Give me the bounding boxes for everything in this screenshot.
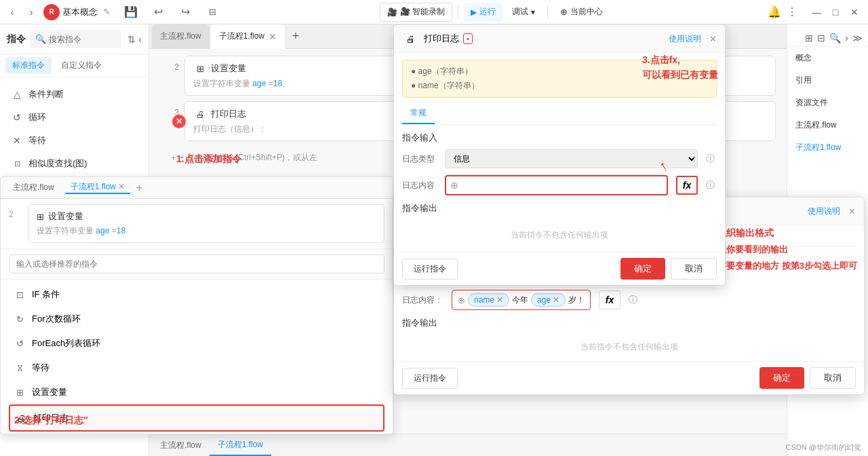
save-btn[interactable]: 💾 — [121, 3, 140, 22]
close-window-btn[interactable]: ✕ — [846, 5, 863, 19]
more-btn[interactable]: ⋮ — [787, 5, 797, 18]
toolbar-center: 🎥 🎥 智能录制 ▶ 运行 调试 ▾ ⊕ 当前中心 — [380, 3, 610, 22]
for-icon: ↻ — [13, 312, 26, 326]
set-var-icon: ⊞ — [193, 62, 207, 75]
popup-cmd-setvar[interactable]: ⊞ 设置变量 — [9, 380, 384, 404]
var-name: age — [252, 79, 266, 88]
right-search-icon[interactable]: 🔍 — [829, 33, 841, 43]
debug-btn[interactable]: 调试 ▾ — [505, 3, 542, 22]
help-center-btn[interactable]: ⊕ 当前中心 — [553, 3, 610, 22]
tag-name-close[interactable]: ✕ — [496, 295, 503, 305]
forward-btn[interactable]: › — [24, 5, 38, 19]
dialog2-run-btn[interactable]: 运行指令 — [402, 368, 458, 389]
dialog2-output-empty: 当前指令不包含任何输出项 — [402, 333, 856, 361]
dialog1-tab-normal[interactable]: 常规 — [402, 103, 435, 124]
sort-icon[interactable]: ⇅ — [127, 34, 136, 45]
sidebar-item-loop[interactable]: ↺ 循环 — [0, 106, 149, 129]
popup-cmd-foreach[interactable]: ↺ ForEach列表循环 — [9, 331, 384, 356]
tab-sub-flow[interactable]: 子流程1.flow ✕ — [211, 24, 285, 49]
find-image-label: 相似度查找(图) — [28, 157, 87, 170]
dialog1-log-type-help[interactable]: ⓘ — [703, 152, 717, 166]
dialog1-content-help[interactable]: ⓘ — [703, 178, 717, 192]
right-item-resources-label: 资源文件 — [795, 97, 828, 109]
back-btn[interactable]: ‹ — [5, 5, 19, 19]
bottom-tab-sub[interactable]: 子流程1.flow — [210, 434, 271, 456]
right-more-icon[interactable]: › — [845, 33, 848, 43]
popup-set-var-card[interactable]: ⊞ 设置变量 设置字符串变量 age =18 — [28, 204, 384, 243]
right-item-ref[interactable]: 引用 — [787, 69, 868, 92]
debug-label: 调试 — [512, 6, 528, 18]
tag-age-close[interactable]: ✕ — [553, 295, 559, 305]
popup-set-var-section: 2 ⊞ 设置变量 设置字符串变量 age =18 — [1, 199, 393, 249]
popup-header: 主流程.flow 子流程1.flow ✕ + — [1, 177, 393, 199]
dialog1-content-input[interactable] — [461, 180, 663, 190]
sidebar-item-find-image[interactable]: ⊡ 相似度查找(图) — [0, 152, 149, 175]
popup-cmd-wait[interactable]: ⧖ 等待 — [9, 356, 384, 380]
dialog2-confirm-btn[interactable]: 确定 — [760, 367, 804, 389]
tab-sub-flow-close[interactable]: ✕ — [269, 31, 277, 42]
dialog1-title: 打印日志 — [424, 33, 459, 45]
collapse-icon[interactable]: ‹ — [138, 34, 142, 45]
loop-icon: ↺ — [11, 111, 23, 124]
popup-add-tab[interactable]: + — [136, 182, 142, 194]
dialog1-confirm-btn[interactable]: 确定 — [620, 258, 665, 280]
record-btn[interactable]: 🎥 🎥 智能录制 — [380, 3, 452, 22]
right-item-sub-flow[interactable]: 子流程1.flow — [787, 136, 868, 159]
dialog1-use-link[interactable]: 使用说明 — [669, 33, 701, 45]
tag-text-today: 今年 — [512, 294, 528, 306]
step-number-2: 2 — [160, 56, 179, 72]
print-icon: 🖨 — [193, 107, 207, 121]
sidebar-item-condition[interactable]: △ 条件判断 — [0, 83, 149, 106]
popup-cmd-for[interactable]: ↻ For次数循环 — [9, 307, 384, 331]
dialog1-log-type-select[interactable]: 信息 — [445, 149, 698, 168]
popup-tab-sub[interactable]: 子流程1.flow ✕ — [65, 181, 131, 194]
dialog1-fx-btn[interactable]: fx — [676, 176, 698, 195]
right-icon2[interactable]: ⊟ — [817, 33, 825, 43]
add-step-icon: + — [171, 153, 176, 163]
debug-icon-btn[interactable]: ⊟ — [203, 3, 222, 22]
undo-btn[interactable]: ↩ — [149, 3, 167, 22]
run-btn[interactable]: ▶ 运行 — [464, 3, 502, 22]
dialog1-title-area: 打印日志 • — [424, 33, 669, 45]
wait-icon: ✕ — [11, 134, 23, 147]
command-popup[interactable]: 主流程.flow 子流程1.flow ✕ + 2 ⊞ 设置变量 设置字符串变量 … — [0, 176, 393, 434]
tab-main-flow-label: 主流程.flow — [160, 31, 201, 42]
right-item-main-flow[interactable]: 主流程.flow — [787, 114, 868, 136]
minimize-btn[interactable]: — — [808, 5, 825, 19]
search-input[interactable] — [49, 35, 115, 44]
help-label: 当前中心 — [570, 6, 603, 18]
dialog1-output-section: 指令输出 — [402, 202, 717, 214]
tab-add-btn[interactable]: + — [286, 27, 305, 46]
bottom-tab-main[interactable]: 主流程.flow — [152, 434, 210, 456]
popup-tab-main[interactable]: 主流程.flow — [7, 182, 60, 193]
redo-btn[interactable]: ↪ — [176, 3, 195, 22]
notification-btn[interactable]: 🔔 — [768, 5, 781, 18]
right-item-concept[interactable]: 概念 — [787, 47, 868, 69]
tab-custom-commands[interactable]: 自定义指令 — [54, 57, 108, 74]
search-box[interactable]: 🔍 — [30, 30, 121, 48]
dialog2-fx-btn[interactable]: fx — [599, 290, 620, 309]
right-item-concept-label: 概念 — [795, 52, 812, 64]
tab-standard-commands[interactable]: 标准指令 — [5, 57, 52, 74]
dialog2-cancel-btn[interactable]: 取消 — [810, 367, 856, 389]
dialog2-content-help[interactable]: ⓘ — [626, 293, 639, 307]
dialog1-run-btn[interactable]: 运行指令 — [402, 259, 458, 280]
dialog1-vars-box: ● age（字符串） ● name（字符串） — [402, 60, 717, 98]
dialog2-close[interactable]: ✕ — [848, 206, 856, 216]
tab-main-flow[interactable]: 主流程.flow — [152, 24, 210, 49]
right-icon1[interactable]: ⊞ — [805, 33, 813, 43]
dialog1-cancel-btn[interactable]: 取消 — [671, 258, 717, 280]
right-item-sub-flow-label: 子流程1.flow — [795, 142, 841, 153]
edit-title-icon[interactable]: ✎ — [103, 7, 111, 17]
popup-cmd-if[interactable]: ⊡ IF 条件 — [9, 282, 384, 307]
popup-search-input[interactable] — [9, 254, 384, 273]
dialog1[interactable]: 🖨 打印日志 • 使用说明 ✕ ● age（字符串） ● name（字符串） 3… — [393, 24, 726, 286]
dialog2-use-link[interactable]: 使用说明 — [808, 206, 840, 217]
sidebar-item-wait[interactable]: ✕ 等待 — [0, 129, 149, 152]
right-item-resources[interactable]: 资源文件 — [787, 92, 868, 114]
dialog1-close[interactable]: ✕ — [709, 34, 717, 44]
maximize-btn[interactable]: □ — [827, 5, 844, 19]
right-expand-icon[interactable]: ≫ — [852, 33, 863, 43]
if-icon: ⊡ — [13, 288, 26, 301]
dialog1-form: 常规 指令输入 日志类型 信息 ⓘ 日志内容 ⊕ fx ⓘ — [394, 103, 725, 252]
